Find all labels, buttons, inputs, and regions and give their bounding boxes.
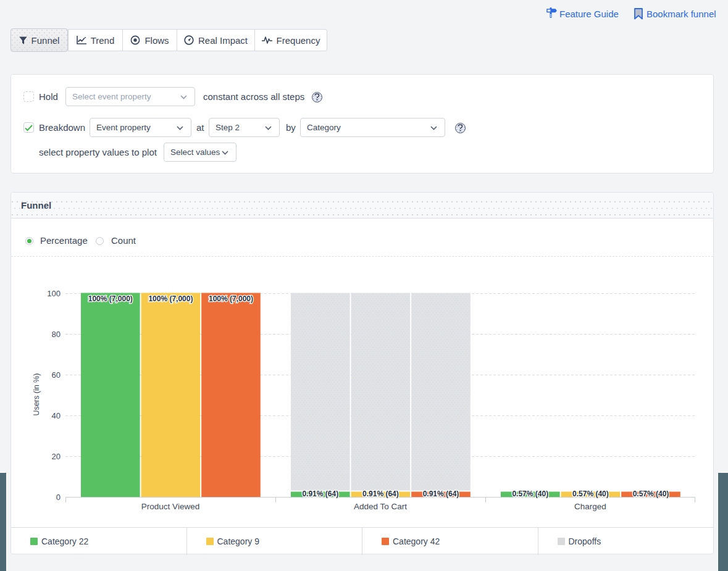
- svg-text:0.57% (40): 0.57% (40): [572, 490, 609, 498]
- svg-text:Added To Cart: Added To Cart: [354, 502, 407, 511]
- svg-text:100: 100: [47, 289, 61, 298]
- svg-text:0: 0: [56, 493, 61, 502]
- svg-text:Users (in %): Users (in %): [32, 373, 41, 416]
- svg-text:0.91% (64): 0.91% (64): [423, 490, 459, 498]
- svg-text:0.57% (40): 0.57% (40): [512, 490, 548, 498]
- svg-text:Charged: Charged: [574, 502, 606, 511]
- svg-text:60: 60: [52, 370, 61, 380]
- svg-text:100% (7,000): 100% (7,000): [148, 294, 193, 303]
- svg-text:0.57% (40): 0.57% (40): [633, 490, 669, 498]
- svg-text:0.91% (64): 0.91% (64): [362, 490, 399, 498]
- svg-text:20: 20: [52, 452, 61, 461]
- svg-text:40: 40: [52, 411, 61, 420]
- svg-text:100% (7,000): 100% (7,000): [209, 294, 253, 303]
- svg-text:100% (7,000): 100% (7,000): [88, 294, 133, 303]
- svg-text:80: 80: [52, 330, 61, 339]
- svg-text:Product Viewed: Product Viewed: [141, 502, 199, 511]
- svg-text:0.91% (64): 0.91% (64): [302, 490, 338, 498]
